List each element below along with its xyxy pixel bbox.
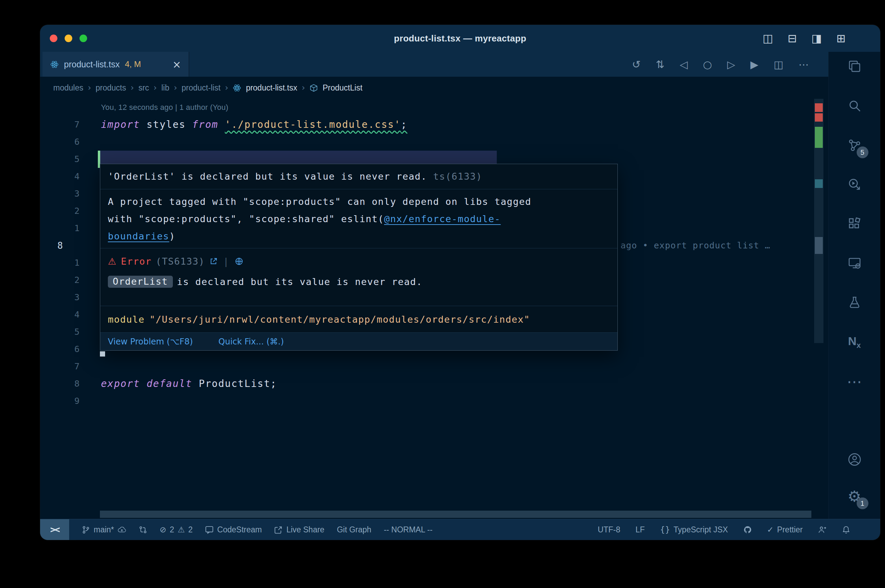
gutter-row bbox=[40, 99, 101, 116]
warnings-icon: ⚠ bbox=[178, 525, 185, 534]
line-number[interactable]: 1 bbox=[40, 220, 101, 237]
line-number[interactable]: 3 bbox=[40, 185, 101, 202]
problems-indicator[interactable]: ⊘ 2 ⚠ 2 bbox=[160, 525, 193, 534]
settings-gear-icon[interactable]: ⚙ 1 bbox=[843, 485, 865, 507]
bell-icon bbox=[842, 525, 850, 534]
line-number[interactable]: 2 bbox=[40, 272, 101, 289]
overview-ruler-cursor-mark bbox=[815, 237, 823, 254]
line-number[interactable]: 5 bbox=[40, 151, 101, 168]
branch-indicator[interactable]: main* bbox=[81, 525, 126, 534]
remote-indicator[interactable]: >< bbox=[40, 519, 69, 540]
eol-indicator[interactable]: LF bbox=[636, 525, 645, 534]
compare-changes-icon[interactable]: ⇅ bbox=[656, 58, 664, 70]
eslint-rule-link[interactable]: boundaries bbox=[108, 231, 170, 242]
more-views-icon[interactable]: ⋯ bbox=[843, 370, 865, 393]
breadcrumb-item-products[interactable]: products bbox=[96, 83, 126, 93]
line-number[interactable]: 7 bbox=[40, 358, 101, 375]
explorer-icon[interactable] bbox=[843, 55, 865, 77]
eslint-rule-link[interactable]: @nx/enforce-module- bbox=[384, 213, 500, 224]
extensions-icon[interactable] bbox=[843, 213, 865, 235]
feedback-person-icon bbox=[818, 525, 826, 534]
run-icon[interactable]: ▶ bbox=[751, 58, 759, 70]
account-icon[interactable] bbox=[843, 448, 865, 471]
search-icon[interactable] bbox=[843, 94, 865, 117]
remote-explorer-icon[interactable] bbox=[843, 252, 865, 274]
vscode-window: product-list.tsx — myreactapp ◫ ⊟ ◨ ⊞ bbox=[40, 25, 880, 540]
open-external-icon[interactable] bbox=[209, 257, 218, 266]
timeline-icon[interactable]: ↺ bbox=[632, 58, 641, 70]
line-number[interactable]: 8 bbox=[40, 375, 101, 393]
minimize-window-button[interactable] bbox=[65, 34, 72, 42]
breadcrumb-item-lib[interactable]: lib bbox=[161, 83, 170, 93]
split-editor-icon[interactable]: ◫ bbox=[774, 58, 783, 70]
toggle-primary-sidebar-icon[interactable]: ◫ bbox=[763, 32, 773, 45]
git-compare-icon bbox=[139, 525, 147, 534]
check-icon: ✓ bbox=[767, 525, 774, 534]
editor[interactable]: 7 6 5 4 3 2 1 8 1 2 3 4 5 6 7 8 9 bbox=[40, 99, 828, 519]
codestream-item[interactable]: CodeStream bbox=[205, 525, 262, 534]
github-item[interactable] bbox=[743, 525, 752, 534]
line-number[interactable]: 3 bbox=[40, 289, 101, 306]
view-problem-button[interactable]: View Problem (⌥F8) bbox=[108, 337, 193, 346]
nav-forward-icon[interactable]: ▷ bbox=[727, 58, 735, 70]
line-number[interactable]: 4 bbox=[40, 306, 101, 323]
encoding-indicator[interactable]: UTF-8 bbox=[598, 525, 620, 534]
run-debug-icon[interactable] bbox=[843, 173, 865, 195]
git-graph-item[interactable]: Git Graph bbox=[337, 525, 371, 534]
nx-console-icon[interactable]: Nx bbox=[843, 331, 865, 353]
breadcrumb-separator: › bbox=[225, 83, 228, 93]
errors-count: 2 bbox=[170, 525, 174, 534]
nav-back-icon[interactable]: ◁ bbox=[680, 58, 688, 70]
language-indicator[interactable]: {} TypeScript JSX bbox=[660, 525, 728, 534]
line-number[interactable]: 4 bbox=[40, 168, 101, 185]
tab-product-list[interactable]: product-list.tsx 4, M × bbox=[42, 52, 189, 77]
codelens-blame[interactable]: You, 12 seconds ago | 1 author (You) bbox=[101, 99, 828, 116]
braces-icon: {} bbox=[660, 525, 670, 534]
more-actions-icon[interactable]: ⋯ bbox=[799, 58, 809, 70]
customize-layout-icon[interactable]: ⊞ bbox=[836, 32, 846, 45]
warnings-count: 2 bbox=[188, 525, 193, 534]
globe-icon[interactable] bbox=[235, 257, 243, 266]
breadcrumb-item-src[interactable]: src bbox=[138, 83, 149, 93]
cloud-upload-icon bbox=[117, 525, 126, 534]
nav-circle-icon[interactable]: ○ bbox=[703, 58, 712, 70]
testing-icon[interactable] bbox=[843, 292, 865, 314]
code-line-import-css[interactable]: import styles from './product-list.modul… bbox=[101, 116, 828, 134]
overview-ruler-mark bbox=[815, 179, 823, 188]
horizontal-scrollbar[interactable] bbox=[100, 511, 811, 518]
feedback-item[interactable] bbox=[818, 525, 826, 534]
popup-resize-handle[interactable] bbox=[100, 351, 105, 357]
breadcrumb-item-product-list[interactable]: product-list bbox=[182, 83, 220, 93]
line-number[interactable]: 1 bbox=[40, 254, 101, 272]
code-line-export-default[interactable]: export default ProductList; bbox=[101, 375, 828, 393]
line-number[interactable]: 5 bbox=[40, 323, 101, 340]
overview-ruler-change-mark bbox=[815, 127, 823, 148]
breadcrumb-separator: › bbox=[174, 83, 177, 93]
line-number[interactable]: 6 bbox=[40, 340, 101, 358]
toggle-secondary-sidebar-icon[interactable]: ◨ bbox=[811, 32, 822, 45]
editor-actions: ↺ ⇅ ◁ ○ ▷ ▶ ◫ ⋯ bbox=[632, 52, 828, 77]
zoom-window-button[interactable] bbox=[80, 34, 87, 42]
react-icon bbox=[233, 84, 241, 92]
breadcrumb-separator: › bbox=[302, 83, 305, 93]
quick-fix-button[interactable]: Quick Fix... (⌘.) bbox=[218, 337, 284, 346]
source-control-icon[interactable]: 5 bbox=[843, 134, 865, 156]
breadcrumb-item-file[interactable]: product-list.tsx bbox=[246, 83, 297, 93]
close-window-button[interactable] bbox=[50, 34, 57, 42]
toggle-panel-icon[interactable]: ⊟ bbox=[787, 32, 797, 45]
vim-mode-indicator[interactable]: -- NORMAL -- bbox=[384, 525, 433, 534]
line-number[interactable]: 2 bbox=[40, 202, 101, 220]
line-number[interactable]: 7 bbox=[40, 116, 101, 134]
live-share-item[interactable]: Live Share bbox=[274, 525, 324, 534]
breadcrumb-item-symbol[interactable]: ProductList bbox=[323, 83, 362, 93]
line-number[interactable]: 9 bbox=[40, 393, 101, 410]
line-number[interactable]: 6 bbox=[40, 134, 101, 151]
git-compare-indicator[interactable] bbox=[139, 525, 147, 534]
prettier-indicator[interactable]: ✓ Prettier bbox=[767, 525, 803, 534]
breadcrumb-item-modules[interactable]: modules bbox=[53, 83, 83, 93]
notifications-item[interactable] bbox=[842, 525, 850, 534]
close-tab-icon[interactable]: × bbox=[173, 58, 181, 70]
current-line-number[interactable]: 8 bbox=[40, 237, 101, 254]
git-branch-icon bbox=[81, 525, 90, 534]
warning-triangle-icon: ⚠ bbox=[108, 256, 117, 267]
